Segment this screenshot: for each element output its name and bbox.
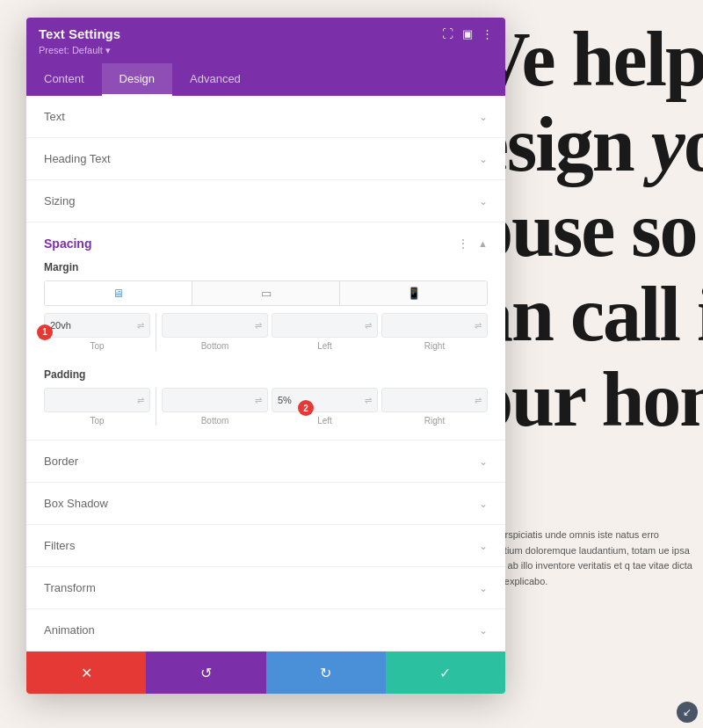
margin-subsection: Margin 🖥 ▭ 📱 1 20vh ⇌ bbox=[26, 261, 505, 365]
margin-right-link-icon: ⇌ bbox=[475, 321, 482, 331]
margin-top-value: 20vh bbox=[50, 320, 71, 331]
margin-bottom-group: ⇌ Bottom bbox=[162, 313, 268, 351]
margin-inputs: 1 20vh ⇌ Top ⇌ Botto bbox=[44, 313, 488, 351]
padding-bottom-input[interactable]: ⇌ bbox=[162, 388, 268, 412]
margin-left-input[interactable]: ⇌ bbox=[272, 313, 378, 338]
panel-header: Text Settings ⛶ ▣ ⋮ Preset: Default bbox=[26, 18, 505, 63]
section-heading-label: Heading Text bbox=[44, 152, 111, 165]
spacing-header[interactable]: Spacing ⋮ ▲ bbox=[26, 222, 505, 261]
tab-content[interactable]: Content bbox=[26, 63, 102, 96]
cancel-button[interactable]: ✕ bbox=[26, 652, 146, 694]
margin-left-group: ⇌ Left bbox=[272, 313, 378, 351]
padding-right-link-icon: ⇌ bbox=[475, 396, 482, 405]
settings-panel: Text Settings ⛶ ▣ ⋮ Preset: Default Cont… bbox=[26, 18, 505, 694]
margin-bottom-link-icon: ⇌ bbox=[255, 321, 262, 331]
section-spacing: Spacing ⋮ ▲ Margin 🖥 ▭ 📱 1 bbox=[26, 222, 505, 440]
margin-top-label: Top bbox=[90, 341, 104, 351]
save-button[interactable]: ✓ bbox=[386, 652, 505, 694]
margin-top-input[interactable]: 20vh ⇌ bbox=[44, 313, 150, 338]
padding-divider bbox=[156, 388, 156, 426]
padding-top-link-icon: ⇌ bbox=[137, 396, 144, 405]
padding-inputs: ⇌ Top ⇌ Bottom 2 bbox=[44, 388, 488, 426]
margin-divider bbox=[156, 313, 156, 351]
background-heading: Ve help esign yo ouse so an call i our h… bbox=[475, 18, 703, 443]
section-sizing[interactable]: Sizing ⌄ bbox=[26, 180, 505, 222]
section-transform-chevron: ⌄ bbox=[479, 582, 488, 594]
badge-2: 2 bbox=[298, 400, 314, 416]
margin-right-group: ⇌ Right bbox=[381, 313, 488, 351]
panel-body: Text ⌄ Heading Text ⌄ Sizing ⌄ Spacing ⋮… bbox=[26, 96, 505, 652]
padding-left-group: 2 5% ⇌ Left bbox=[272, 388, 378, 426]
section-animation-chevron: ⌄ bbox=[479, 624, 488, 637]
section-box-shadow-chevron: ⌄ bbox=[479, 498, 488, 510]
spacing-more-icon[interactable]: ⋮ bbox=[457, 237, 469, 251]
badge-1: 1 bbox=[37, 324, 53, 340]
section-transform[interactable]: Transform ⌄ bbox=[26, 567, 505, 609]
fullscreen-icon[interactable]: ⛶ bbox=[442, 27, 453, 40]
padding-bottom-label: Bottom bbox=[201, 416, 229, 426]
section-border[interactable]: Border ⌄ bbox=[26, 440, 505, 483]
panel-title: Text Settings bbox=[39, 26, 120, 41]
padding-subsection: Padding ⇌ Top ⇌ bbox=[26, 365, 505, 440]
section-transform-label: Transform bbox=[44, 581, 96, 594]
padding-bottom-group: ⇌ Bottom bbox=[162, 388, 268, 426]
padding-left-value: 5% bbox=[278, 395, 292, 405]
margin-device-desktop[interactable]: 🖥 bbox=[45, 281, 192, 305]
section-heading[interactable]: Heading Text ⌄ bbox=[26, 138, 505, 180]
padding-left-input[interactable]: 5% ⇌ bbox=[272, 388, 378, 412]
margin-bottom-label: Bottom bbox=[201, 341, 229, 351]
panel-tabs: Content Design Advanced bbox=[26, 63, 505, 96]
padding-right-input[interactable]: ⇌ bbox=[381, 388, 488, 412]
section-sizing-label: Sizing bbox=[44, 194, 75, 207]
spacing-title: Spacing bbox=[44, 237, 91, 251]
padding-left-label: Left bbox=[317, 416, 332, 426]
spacing-collapse-icon[interactable]: ▲ bbox=[478, 238, 488, 249]
margin-bottom-input[interactable]: ⇌ bbox=[162, 313, 268, 338]
section-text[interactable]: Text ⌄ bbox=[26, 96, 505, 138]
redo-button[interactable]: ↻ bbox=[266, 652, 386, 694]
section-border-chevron: ⌄ bbox=[479, 455, 488, 468]
background-paragraph: ut perspiciatis unde omnis iste natus er… bbox=[483, 528, 694, 589]
padding-top-input[interactable]: ⇌ bbox=[44, 388, 150, 412]
section-box-shadow-label: Box Shadow bbox=[44, 497, 108, 510]
more-icon[interactable]: ⋮ bbox=[482, 27, 493, 40]
padding-right-label: Right bbox=[424, 416, 445, 426]
section-box-shadow[interactable]: Box Shadow ⌄ bbox=[26, 483, 505, 525]
margin-right-input[interactable]: ⇌ bbox=[381, 313, 488, 338]
padding-label: Padding bbox=[44, 368, 488, 381]
section-text-label: Text bbox=[44, 110, 65, 123]
section-border-label: Border bbox=[44, 455, 78, 468]
panel-icon-group: ⛶ ▣ ⋮ bbox=[442, 27, 493, 40]
resize-handle-icon[interactable]: ↙ bbox=[677, 702, 698, 723]
margin-top-group: 20vh ⇌ Top bbox=[44, 313, 150, 351]
section-filters-chevron: ⌄ bbox=[479, 540, 488, 552]
undo-button[interactable]: ↺ bbox=[146, 652, 265, 694]
section-sizing-chevron: ⌄ bbox=[479, 195, 488, 207]
panel-footer: ✕ ↺ ↻ ✓ bbox=[26, 652, 505, 694]
tab-advanced[interactable]: Advanced bbox=[172, 63, 258, 96]
margin-device-mobile[interactable]: 📱 bbox=[340, 281, 487, 305]
margin-device-tabs: 🖥 ▭ 📱 bbox=[44, 280, 488, 306]
section-text-chevron: ⌄ bbox=[479, 111, 488, 123]
section-filters[interactable]: Filters ⌄ bbox=[26, 525, 505, 567]
section-filters-label: Filters bbox=[44, 539, 75, 552]
margin-device-tablet[interactable]: ▭ bbox=[192, 281, 340, 305]
padding-right-group: ⇌ Right bbox=[381, 388, 488, 426]
columns-icon[interactable]: ▣ bbox=[462, 27, 473, 40]
tab-design[interactable]: Design bbox=[102, 63, 172, 96]
padding-top-label: Top bbox=[90, 416, 104, 426]
margin-label: Margin bbox=[44, 261, 488, 273]
preset-selector[interactable]: Preset: Default bbox=[39, 45, 493, 56]
margin-top-link-icon: ⇌ bbox=[137, 321, 144, 331]
section-animation[interactable]: Animation ⌄ bbox=[26, 609, 505, 652]
section-heading-chevron: ⌄ bbox=[479, 153, 488, 165]
margin-left-link-icon: ⇌ bbox=[365, 321, 372, 331]
padding-left-link-icon: ⇌ bbox=[365, 396, 372, 405]
padding-bottom-link-icon: ⇌ bbox=[255, 396, 262, 405]
padding-top-group: ⇌ Top bbox=[44, 388, 150, 426]
section-animation-label: Animation bbox=[44, 623, 95, 637]
margin-left-label: Left bbox=[317, 341, 332, 351]
margin-right-label: Right bbox=[424, 341, 445, 351]
